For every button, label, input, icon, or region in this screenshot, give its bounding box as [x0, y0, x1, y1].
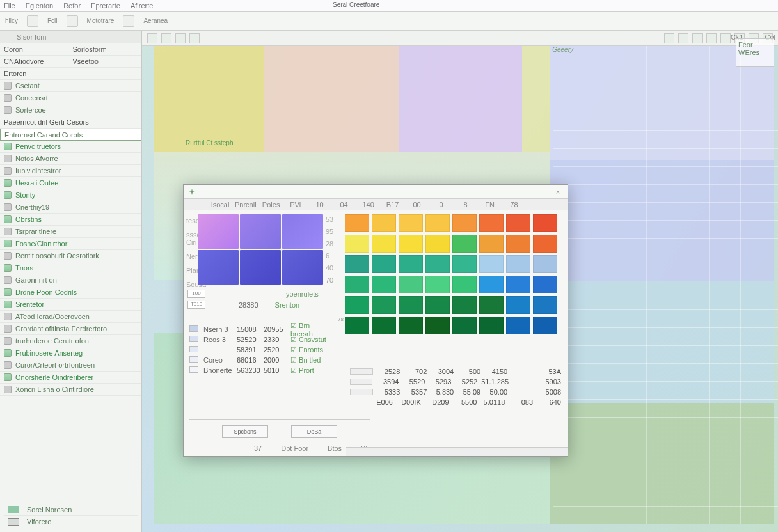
sidebar-item[interactable]: Garonrinrt on	[0, 274, 141, 286]
sidebar-item[interactable]: Cnerthiy19	[0, 201, 141, 214]
value-input[interactable]: T018	[187, 301, 205, 309]
sidebar-item[interactable]: Entrornsrl Carand Corots	[0, 129, 141, 141]
sidebar-item[interactable]: Frubinosere Anserteg	[0, 347, 141, 359]
sidebar-item[interactable]: ATeod Iorad/Ooerovoen	[0, 311, 141, 323]
color-swatch[interactable]	[345, 255, 369, 273]
color-swatch[interactable]	[372, 255, 396, 273]
ribbon-button[interactable]	[147, 33, 157, 43]
dialog-titlebar[interactable]: ×	[184, 185, 568, 199]
sidebar-item[interactable]: Csetant	[0, 80, 141, 92]
color-swatch[interactable]	[372, 235, 396, 253]
color-swatch[interactable]	[533, 235, 557, 253]
color-swatch[interactable]	[372, 296, 396, 314]
color-swatch[interactable]	[372, 276, 396, 293]
color-swatch[interactable]	[452, 296, 477, 314]
options-button[interactable]: Spcbons	[222, 425, 268, 438]
table-row[interactable]: Bhonerte5632305010☑ Prort	[187, 365, 338, 375]
menu-file[interactable]: File	[4, 2, 15, 10]
ribbon-button[interactable]	[692, 33, 703, 43]
toolbar-button[interactable]	[27, 15, 38, 27]
color-swatch[interactable]	[399, 276, 423, 293]
sidebar-item[interactable]: Ertorcn	[0, 68, 141, 80]
color-swatch[interactable]	[506, 255, 530, 273]
menu-view[interactable]: Refor	[63, 2, 81, 10]
ribbon-button[interactable]	[678, 33, 688, 43]
color-swatch[interactable]	[479, 296, 504, 314]
color-swatch[interactable]	[345, 214, 369, 232]
color-swatch[interactable]	[506, 296, 530, 314]
sidebar-item[interactable]: Onorsherle Oindreriberer	[0, 372, 141, 384]
color-swatch[interactable]	[425, 317, 450, 334]
color-swatch[interactable]	[345, 235, 369, 253]
footer-item[interactable]: Viforere	[4, 516, 138, 528]
footer-item[interactable]: Sorel Noresen	[4, 504, 138, 516]
color-swatch[interactable]	[425, 255, 450, 273]
sidebar-item[interactable]: Grordant ofitinsta Eerdrertoro	[0, 323, 141, 335]
color-swatch[interactable]	[452, 255, 477, 273]
ribbon-button[interactable]	[175, 33, 186, 43]
panel-row[interactable]: CoronSorlosform	[0, 43, 141, 56]
color-swatch[interactable]	[399, 317, 423, 334]
color-swatch[interactable]	[372, 214, 396, 232]
table-row[interactable]: Nsern 31500820955☑ Brn brersrh	[187, 324, 338, 334]
color-swatch[interactable]	[425, 296, 450, 314]
ribbon-button[interactable]	[161, 33, 171, 43]
color-swatch[interactable]	[506, 235, 530, 253]
color-swatch[interactable]	[506, 276, 530, 293]
sidebar-item[interactable]: Curor/Crteort ortrfontreen	[0, 359, 141, 372]
color-swatch[interactable]	[425, 235, 450, 253]
ribbon-button[interactable]	[720, 33, 731, 43]
ribbon-button[interactable]	[706, 33, 717, 43]
value-input[interactable]: 100	[187, 290, 205, 298]
sidebar-item[interactable]: Notos Afvorre	[0, 153, 141, 165]
color-swatch[interactable]	[533, 255, 557, 273]
color-swatch[interactable]	[533, 214, 557, 232]
ribbon-button[interactable]	[189, 33, 200, 43]
sidebar-item[interactable]: Obrstins	[0, 214, 141, 226]
color-swatch[interactable]	[479, 276, 504, 293]
sidebar-item[interactable]: trurhnderoe Cerutr ofon	[0, 335, 141, 347]
color-swatch[interactable]	[399, 255, 423, 273]
color-swatch[interactable]	[345, 276, 369, 293]
color-swatch[interactable]	[399, 214, 423, 232]
color-swatch[interactable]	[533, 276, 557, 293]
color-swatch[interactable]	[479, 255, 504, 273]
color-swatch[interactable]	[425, 276, 450, 293]
sidebar-item[interactable]: Fosne/Clanirthor	[0, 238, 141, 250]
sidebar-item[interactable]: Tnors	[0, 262, 141, 274]
color-swatch[interactable]	[399, 296, 423, 314]
sidebar-item[interactable]: Paeerncot dnl Gerti Cesors	[0, 116, 141, 129]
menu-tools[interactable]: Afirerte	[131, 2, 153, 10]
sidebar-item[interactable]: Tsrpraritinere	[0, 226, 141, 238]
table-row[interactable]: Reos 3525202330☑ Cnsvstut	[187, 334, 338, 345]
color-swatch[interactable]	[506, 214, 530, 232]
color-swatch[interactable]	[479, 317, 504, 334]
sidebar-item[interactable]: Drdne Poon Codrils	[0, 286, 141, 299]
color-swatch[interactable]	[452, 317, 477, 334]
sidebar-item[interactable]: Uesrali Outee	[0, 177, 141, 189]
panel-row[interactable]: CNAtiodvoreVseetoo	[0, 56, 141, 68]
menu-edit[interactable]: Eglenton	[26, 2, 53, 10]
color-swatch[interactable]	[479, 214, 504, 232]
color-swatch[interactable]	[399, 235, 423, 253]
color-swatch[interactable]	[479, 235, 504, 253]
sidebar-item[interactable]: Sortercoe	[0, 104, 141, 116]
color-swatch[interactable]	[345, 317, 369, 334]
ribbon-button[interactable]	[664, 33, 674, 43]
toolbar-button[interactable]	[123, 15, 134, 27]
toolbar-button[interactable]	[67, 15, 78, 27]
color-swatch[interactable]	[533, 317, 557, 334]
table-row[interactable]: Coreo680162000☑ Bn tled	[187, 355, 338, 365]
color-swatch[interactable]	[425, 214, 450, 232]
close-icon[interactable]: ×	[553, 188, 562, 196]
color-swatch[interactable]	[372, 317, 396, 334]
apply-button[interactable]: DoBa	[291, 425, 337, 438]
color-swatch[interactable]	[533, 296, 557, 314]
sidebar-item[interactable]: Xoncri Lisha o Cintirdiore	[0, 384, 141, 396]
color-swatch[interactable]	[506, 317, 530, 334]
sidebar-item[interactable]: Penvc truetors	[0, 141, 141, 153]
sidebar-item[interactable]: Srentetor	[0, 299, 141, 311]
color-swatch[interactable]	[452, 276, 477, 293]
table-row[interactable]: 583912520☑ Enronts	[187, 345, 338, 355]
sidebar-item[interactable]: Coneensrt	[0, 92, 141, 104]
